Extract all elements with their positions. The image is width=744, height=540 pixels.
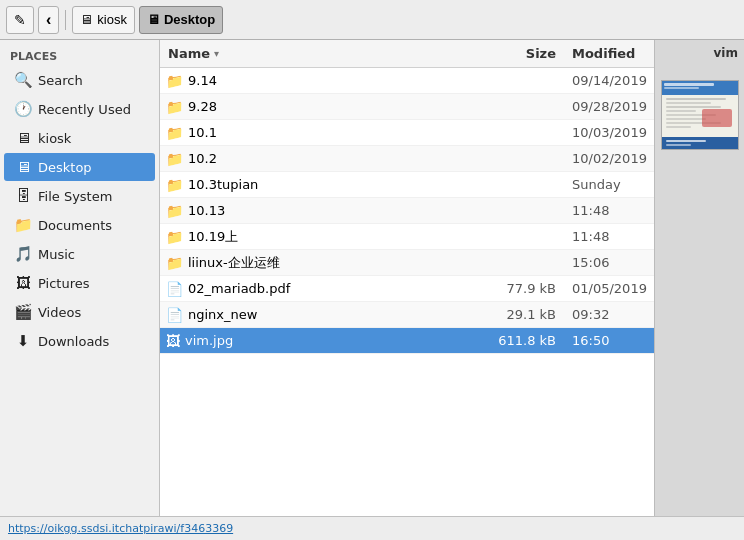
edit-button[interactable]: ✎ bbox=[6, 6, 34, 34]
file-name-label: 10.19上 bbox=[188, 228, 238, 246]
svg-rect-6 bbox=[666, 102, 711, 104]
cell-modified: 09/14/2019 bbox=[564, 73, 654, 88]
videos-icon: 🎬 bbox=[14, 303, 32, 321]
col-modified-header[interactable]: Modified bbox=[564, 46, 654, 61]
cell-name: 📁9.28 bbox=[160, 99, 484, 115]
file-pane: Name ▾ Size Modified 📁9.1409/14/2019📁9.2… bbox=[160, 40, 654, 516]
file-name-label: liinux-企业运维 bbox=[188, 254, 280, 272]
breadcrumb-kiosk-label: kiosk bbox=[97, 12, 127, 27]
table-row[interactable]: 📁10.19上11:48 bbox=[160, 224, 654, 250]
cell-modified: 16:50 bbox=[564, 333, 654, 348]
col-name-header[interactable]: Name ▾ bbox=[160, 46, 484, 61]
file-icon-image: 🖼 bbox=[166, 333, 180, 349]
sidebar-item-downloads[interactable]: ⬇ Downloads bbox=[4, 327, 155, 355]
breadcrumb-desktop[interactable]: 🖥 Desktop bbox=[139, 6, 223, 34]
sidebar-item-search[interactable]: 🔍 Search bbox=[4, 66, 155, 94]
svg-rect-8 bbox=[666, 110, 696, 112]
sidebar-item-search-label: Search bbox=[38, 73, 83, 88]
file-icon-folder: 📁 bbox=[166, 151, 183, 167]
toolbar: ✎ ‹ 🖥 kiosk 🖥 Desktop bbox=[0, 0, 744, 40]
sidebar-item-documents-label: Documents bbox=[38, 218, 112, 233]
cell-size: 29.1 kB bbox=[484, 307, 564, 322]
svg-rect-12 bbox=[666, 126, 691, 128]
sidebar-item-file-system[interactable]: 🗄 File System bbox=[4, 182, 155, 210]
cell-modified: 10/03/2019 bbox=[564, 125, 654, 140]
kiosk-icon: 🖥 bbox=[14, 129, 32, 147]
file-name-label: nginx_new bbox=[188, 307, 257, 322]
cell-modified: 15:06 bbox=[564, 255, 654, 270]
table-row[interactable]: 📁9.2809/28/2019 bbox=[160, 94, 654, 120]
sidebar-item-music-label: Music bbox=[38, 247, 75, 262]
cell-modified: Sunday bbox=[564, 177, 654, 192]
cell-modified: 11:48 bbox=[564, 203, 654, 218]
file-icon-folder: 📁 bbox=[166, 99, 183, 115]
file-name-label: 10.2 bbox=[188, 151, 217, 166]
cell-modified: 10/02/2019 bbox=[564, 151, 654, 166]
status-bar: https://oikgg.ssdsi.itchatpirawi/f346336… bbox=[0, 516, 744, 540]
svg-rect-15 bbox=[666, 140, 706, 142]
places-label: Places bbox=[0, 46, 159, 65]
table-row[interactable]: 📁10.210/02/2019 bbox=[160, 146, 654, 172]
file-name-label: 9.14 bbox=[188, 73, 217, 88]
sidebar-item-documents[interactable]: 📁 Documents bbox=[4, 211, 155, 239]
sidebar-item-recently-used-label: Recently Used bbox=[38, 102, 131, 117]
sidebar-item-pictures-label: Pictures bbox=[38, 276, 89, 291]
pictures-icon: 🖼 bbox=[14, 274, 32, 292]
cell-modified: 11:48 bbox=[564, 229, 654, 244]
cell-modified: 09:32 bbox=[564, 307, 654, 322]
sidebar-item-videos[interactable]: 🎬 Videos bbox=[4, 298, 155, 326]
file-icon-pdf: 📄 bbox=[166, 281, 183, 297]
sidebar-item-kiosk-label: kiosk bbox=[38, 131, 71, 146]
table-row[interactable]: 📁10.110/03/2019 bbox=[160, 120, 654, 146]
cell-name: 📄02_mariadb.pdf bbox=[160, 281, 484, 297]
svg-rect-2 bbox=[664, 83, 714, 86]
status-url[interactable]: https://oikgg.ssdsi.itchatpirawi/f346336… bbox=[8, 522, 233, 535]
preview-label: vim bbox=[714, 46, 738, 60]
file-icon-file: 📄 bbox=[166, 307, 183, 323]
svg-rect-10 bbox=[666, 118, 706, 120]
sidebar-item-pictures[interactable]: 🖼 Pictures bbox=[4, 269, 155, 297]
file-icon-folder: 📁 bbox=[166, 177, 183, 193]
file-icon-folder: 📁 bbox=[166, 125, 183, 141]
music-icon: 🎵 bbox=[14, 245, 32, 263]
table-row[interactable]: 📁liinux-企业运维15:06 bbox=[160, 250, 654, 276]
svg-rect-3 bbox=[664, 87, 699, 89]
downloads-icon: ⬇ bbox=[14, 332, 32, 350]
sidebar-item-videos-label: Videos bbox=[38, 305, 81, 320]
cell-name: 📁10.19上 bbox=[160, 228, 484, 246]
file-icon-folder: 📁 bbox=[166, 229, 183, 245]
cell-name: 📁10.13 bbox=[160, 203, 484, 219]
cell-modified: 01/05/2019 bbox=[564, 281, 654, 296]
file-icon-folder: 📁 bbox=[166, 255, 183, 271]
sidebar-item-recently-used[interactable]: 🕐 Recently Used bbox=[4, 95, 155, 123]
file-name-label: 10.3tupian bbox=[188, 177, 258, 192]
cell-modified: 09/28/2019 bbox=[564, 99, 654, 114]
table-row[interactable]: 📁10.3tupianSunday bbox=[160, 172, 654, 198]
file-name-label: 10.13 bbox=[188, 203, 225, 218]
table-row[interactable]: 📁9.1409/14/2019 bbox=[160, 68, 654, 94]
breadcrumb-kiosk[interactable]: 🖥 kiosk bbox=[72, 6, 135, 34]
sidebar-item-desktop-label: Desktop bbox=[38, 160, 92, 175]
table-row[interactable]: 📄nginx_new29.1 kB09:32 bbox=[160, 302, 654, 328]
cell-size: 611.8 kB bbox=[484, 333, 564, 348]
back-button[interactable]: ‹ bbox=[38, 6, 59, 34]
sidebar-item-music[interactable]: 🎵 Music bbox=[4, 240, 155, 268]
col-size-header[interactable]: Size bbox=[484, 46, 564, 61]
file-header: Name ▾ Size Modified bbox=[160, 40, 654, 68]
kiosk-folder-icon: 🖥 bbox=[80, 12, 93, 27]
file-name-label: 10.1 bbox=[188, 125, 217, 140]
file-list: 📁9.1409/14/2019📁9.2809/28/2019📁10.110/03… bbox=[160, 68, 654, 516]
preview-pane: vim bbox=[654, 40, 744, 516]
sidebar: Places 🔍 Search 🕐 Recently Used 🖥 kiosk … bbox=[0, 40, 160, 516]
breadcrumb-desktop-label: Desktop bbox=[164, 12, 215, 27]
sidebar-item-desktop[interactable]: 🖥 Desktop bbox=[4, 153, 155, 181]
table-row[interactable]: 🖼vim.jpg611.8 kB16:50 bbox=[160, 328, 654, 354]
sidebar-item-kiosk[interactable]: 🖥 kiosk bbox=[4, 124, 155, 152]
col-name-label: Name bbox=[168, 46, 210, 61]
cell-name: 📁9.14 bbox=[160, 73, 484, 89]
table-row[interactable]: 📄02_mariadb.pdf77.9 kB01/05/2019 bbox=[160, 276, 654, 302]
back-icon: ‹ bbox=[46, 11, 51, 29]
cell-name: 📁10.1 bbox=[160, 125, 484, 141]
table-row[interactable]: 📁10.1311:48 bbox=[160, 198, 654, 224]
svg-rect-7 bbox=[666, 106, 721, 108]
